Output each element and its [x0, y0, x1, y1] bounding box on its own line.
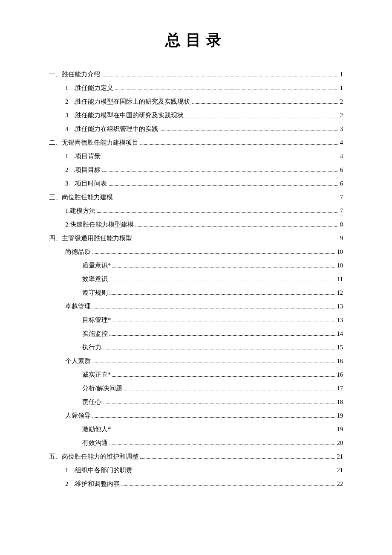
- toc-entry-label: 效率意识: [82, 276, 108, 282]
- toc-entry-page: 15: [337, 344, 343, 351]
- toc-entry-page: 7: [340, 208, 343, 214]
- toc-leader: [140, 144, 338, 145]
- toc-entry: 二、无锡尚德胜任能力建模项目4: [49, 139, 343, 146]
- toc-entry: 2.维护和调整内容22: [65, 481, 343, 487]
- toc-leader: [112, 267, 335, 267]
- toc-entry-page: 2: [340, 112, 343, 119]
- toc-leader: [140, 458, 335, 459]
- toc-leader: [110, 335, 335, 336]
- toc-entry-label: 岗位胜任能力的维护和调整: [62, 453, 138, 460]
- toc-entry: 执行力15: [82, 344, 343, 351]
- toc-leader: [110, 281, 335, 281]
- toc-entry: 诚实正直*16: [82, 372, 343, 378]
- toc-leader: [160, 131, 338, 131]
- toc-entry-label: .项目背景: [73, 153, 101, 160]
- toc-entry-label: 执行力: [82, 344, 101, 351]
- toc-entry: 2.快速胜任能力模型建模8: [65, 221, 343, 228]
- toc-entry-label: 诚实正直*: [82, 372, 111, 378]
- toc-entry-page: 10: [337, 249, 343, 255]
- toc-entry: 遵守规则12: [82, 290, 343, 296]
- toc-entry-label: .胜任能力模型在国际上的研究及实践现状: [73, 99, 190, 105]
- toc-leader: [92, 253, 335, 254]
- toc-entry: 人际领导19: [65, 413, 343, 419]
- toc-entry: 有效沟通20: [82, 440, 343, 446]
- table-of-contents: 一、胜任能力介绍11.胜任能力定义12.胜任能力模型在国际上的研究及实践现状23…: [49, 71, 343, 487]
- toc-entry-number: 1: [65, 153, 68, 160]
- toc-entry-label: 个人素质: [65, 358, 91, 364]
- toc-entry-label: 有效沟通: [82, 440, 108, 446]
- toc-entry-label: .胜任能力模型在中国的研究及实践现状: [73, 112, 184, 119]
- toc-leader: [102, 171, 338, 172]
- toc-leader: [110, 294, 335, 295]
- toc-entry-label: 遵守规则: [82, 290, 108, 296]
- toc-entry-number: 3: [65, 180, 68, 187]
- toc-leader: [112, 322, 335, 322]
- toc-leader: [92, 417, 335, 418]
- toc-entry: 效率意识11: [82, 276, 343, 282]
- toc-entry-number: 1: [65, 85, 68, 91]
- toc-leader: [134, 472, 335, 472]
- toc-entry-number: 三、: [49, 194, 62, 200]
- toc-entry-label: .项目目标: [73, 167, 101, 173]
- toc-entry-label: 无锡尚德胜任能力建模项目: [62, 139, 138, 146]
- toc-entry-label: .组织中各部门的职责: [73, 467, 133, 474]
- toc-entry-page: 20: [337, 440, 343, 446]
- toc-entry-number: 4: [65, 126, 68, 132]
- page-title: 总目录: [49, 30, 343, 51]
- toc-entry-page: 19: [337, 413, 343, 419]
- toc-entry-page: 16: [337, 358, 343, 364]
- toc-entry-page: 2: [340, 99, 343, 105]
- toc-entry-page: 1: [340, 71, 343, 78]
- toc-leader: [192, 103, 338, 104]
- toc-entry-label: 尚德品质: [65, 249, 91, 255]
- toc-entry-number: 1: [65, 467, 68, 474]
- toc-entry-label: 责任心: [82, 399, 101, 405]
- toc-entry-label: 卓越管理: [65, 303, 91, 310]
- toc-entry: 一、胜任能力介绍1: [49, 71, 343, 78]
- toc-entry: 目标管理*13: [82, 317, 343, 323]
- toc-entry-label: .项目时间表: [73, 180, 107, 187]
- toc-entry-page: 6: [340, 180, 343, 187]
- toc-entry: 3.胜任能力模型在中国的研究及实践现状2: [65, 112, 343, 119]
- toc-leader: [135, 226, 338, 227]
- toc-entry-page: 21: [337, 467, 343, 474]
- toc-entry-page: 1: [340, 85, 343, 91]
- toc-entry: 2.胜任能力模型在国际上的研究及实践现状2: [65, 99, 343, 105]
- toc-entry-page: 9: [340, 235, 343, 241]
- toc-entry: 卓越管理13: [65, 303, 343, 310]
- toc-entry-label: .胜任能力定义: [73, 85, 113, 91]
- toc-entry-page: 8: [340, 221, 343, 228]
- toc-entry: 1.项目背景4: [65, 153, 343, 160]
- toc-entry-label: 1.建模方法: [65, 208, 95, 214]
- toc-entry-page: 19: [337, 426, 343, 433]
- toc-entry-label: .胜任能力在组织管理中的实践: [73, 126, 158, 132]
- toc-entry: 1.建模方法7: [65, 208, 343, 214]
- toc-leader: [115, 90, 338, 90]
- toc-leader: [103, 404, 335, 404]
- toc-entry-page: 13: [337, 317, 343, 323]
- toc-entry-page: 4: [340, 139, 343, 146]
- toc-entry: 2.项目目标6: [65, 167, 343, 173]
- toc-entry: 五、岗位胜任能力的维护和调整21: [49, 453, 343, 460]
- toc-entry-label: 主管级通用胜任能力模型: [62, 235, 132, 241]
- toc-entry-number: 2: [65, 99, 68, 105]
- toc-leader: [185, 117, 338, 117]
- toc-entry-page: 16: [337, 372, 343, 378]
- toc-entry-page: 11: [337, 276, 343, 282]
- toc-entry: 质量意识*10: [82, 262, 343, 269]
- toc-leader: [112, 431, 335, 431]
- toc-leader: [97, 212, 338, 213]
- toc-leader: [103, 349, 335, 349]
- toc-entry: 个人素质16: [65, 358, 343, 364]
- toc-entry-label: 人际领导: [65, 413, 91, 419]
- toc-leader: [102, 76, 338, 76]
- toc-entry: 1.组织中各部门的职责21: [65, 467, 343, 474]
- toc-entry-number: 2: [65, 167, 68, 173]
- toc-leader: [115, 199, 338, 199]
- toc-entry-label: 岗位胜任能力建模: [62, 194, 113, 200]
- toc-leader: [92, 363, 335, 363]
- toc-entry-label: 目标管理*: [82, 317, 111, 323]
- toc-leader: [121, 485, 335, 486]
- toc-entry-page: 14: [337, 331, 343, 337]
- toc-entry: 尚德品质10: [65, 249, 343, 255]
